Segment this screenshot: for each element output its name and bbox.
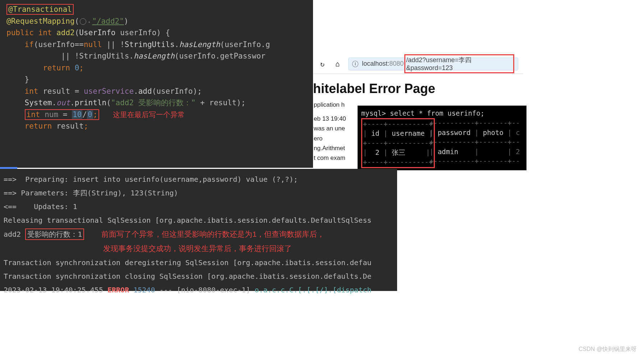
code-line-5: || !StringUtils.hasLength(userInfo.getPa… [6, 50, 307, 62]
info-icon[interactable]: i [352, 61, 358, 67]
code-line-8: int result = userService.add(userInfo); [6, 85, 307, 97]
globe-icon[interactable] [80, 18, 86, 25]
whitelabel-error-title: hitelabel Error Page [313, 74, 523, 100]
mysql-query-line: mysql> select * from userinfo; [361, 108, 523, 118]
log-add2: add2 受影响的行数：1 前面写了个异常，但这里受影响的行数还是为1，但查询数… [4, 227, 394, 241]
url-highlighted: /add2?username=李四&password=123 [404, 54, 514, 73]
log-preparing: ==> Preparing: insert into userinfo(user… [4, 172, 394, 186]
mysql-result-box: +----+----------+ | id | username | +---… [361, 118, 435, 168]
exception-comment: 这里在最后写一个异常 [113, 111, 185, 119]
code-line-7: } [6, 74, 307, 85]
annotation-2: 发现事务没提交成功，说明发生异常后，事务进行回滚了 [103, 244, 292, 253]
code-line-10: int num = 10/0; 这里在最后写一个异常 [6, 109, 307, 121]
log-releasing: Releasing transactional SqlSession [org.… [4, 213, 394, 227]
log-deregistering: Transaction synchronization deregisterin… [4, 256, 394, 269]
code-line-1: @Transactional [6, 4, 307, 15]
code-line-3: public int add2(UserInfo userInfo) { [6, 27, 307, 39]
home-icon[interactable]: ⌂ [333, 60, 342, 68]
code-line-4: if(userInfo==null || !StringUtils.hasLen… [6, 39, 307, 51]
log-error-line: 2023-02-13 19:40:25.455 ERROR 15240 --- … [4, 283, 394, 297]
mysql-terminal: mysql> select * from userinfo; +----+---… [358, 106, 526, 170]
annotation-1: 前面写了个异常，但这里受影响的行数还是为1，但查询数据库后， [101, 230, 325, 238]
log-parameters: ==> Parameters: 李四(String), 123(String) [4, 186, 394, 200]
console-log-panel: ==> Preparing: insert into userinfo(user… [0, 169, 397, 291]
reload-icon[interactable]: ↻ [318, 60, 327, 68]
exception-line-box: int num = 10/0; [25, 109, 100, 120]
code-editor-panel: @Transactional @RequestMapping("/add2") … [0, 0, 313, 168]
log-closing: Transaction synchronization closing SqlS… [4, 269, 394, 283]
url-host: localhost: [362, 60, 389, 68]
affected-rows-box: 受影响的行数：1 [25, 228, 84, 240]
code-line-6: return 0; [6, 62, 307, 74]
transactional-annotation: @Transactional [6, 4, 74, 15]
address-bar[interactable]: i localhost:8080/add2?username=李四&passwo… [348, 57, 518, 70]
watermark: CSDN @快到锅里来呀 [579, 346, 637, 353]
browser-toolbar: ↻ ⌂ i localhost:8080/add2?username=李四&pa… [313, 54, 523, 74]
code-line-2: @RequestMapping("/add2") [6, 15, 307, 27]
log-updates: <== Updates: 1 [4, 200, 394, 213]
code-line-9: System.out.println("add2 受影响的行数：" + resu… [6, 97, 307, 109]
code-line-11: return result; [6, 120, 307, 132]
